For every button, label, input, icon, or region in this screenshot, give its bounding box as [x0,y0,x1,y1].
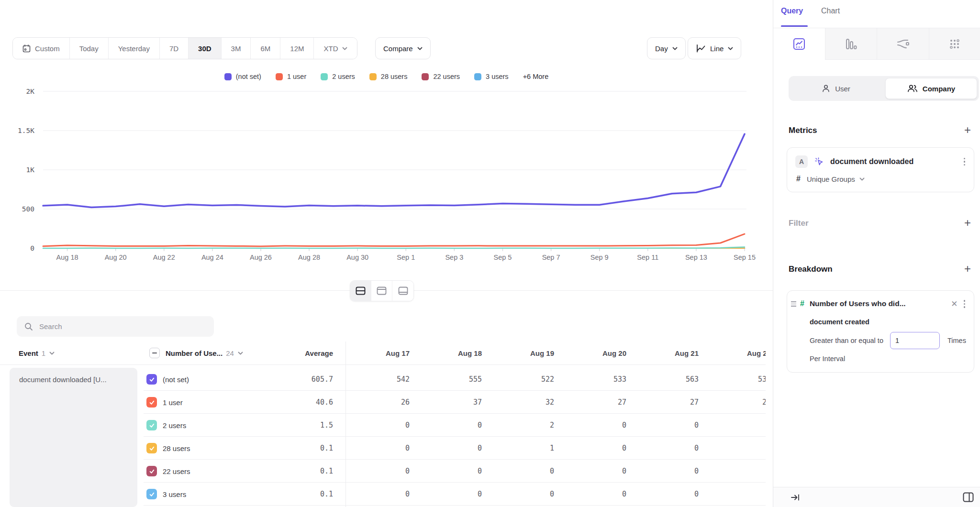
series-label: 22 users [163,460,190,483]
date-range-7d[interactable]: 7D [160,38,189,59]
metrics-heading: Metrics [789,126,817,135]
date-range-xtd[interactable]: XTD [314,38,357,59]
event-list-item[interactable]: document downloaded [U... [10,368,137,391]
date-range-today[interactable]: Today [70,38,109,59]
date-range-3m[interactable]: 3M [222,38,251,59]
tab-chart[interactable]: Chart [821,7,840,15]
series-line [43,234,745,246]
collapse-panel-icon[interactable] [791,493,800,502]
series-value: 0 [707,437,766,460]
measure-dropdown[interactable]: Unique Groups [807,175,855,183]
split-view-icon [356,287,366,295]
scope-option-user[interactable]: User [791,78,881,99]
date-range-custom[interactable]: Custom [13,38,70,59]
split-view-button[interactable] [350,281,371,301]
add-filter-button[interactable]: + [961,216,974,230]
series-value: 0 [490,460,562,483]
legend-item[interactable]: 3 users [474,73,509,80]
series-value: 0 [345,414,418,437]
chart-type-line[interactable] [773,28,825,60]
legend-more-button[interactable]: +6 More [523,73,549,80]
svg-text:Sep 15: Sep 15 [734,254,756,261]
date-range-yesterday[interactable]: Yesterday [109,38,160,59]
check-icon [149,376,155,383]
metric-kebab-menu[interactable] [962,156,968,168]
series-value: 0 [345,460,418,483]
compare-button[interactable]: Compare [375,37,431,59]
series-checkbox[interactable] [146,443,157,453]
breakdown-card[interactable]: # Number of Users who did... ✕ document … [787,290,974,373]
date-range-6m[interactable]: 6M [251,38,280,59]
bar-chart-icon [845,38,857,50]
table-row: 3 users0.1000000 [144,483,766,506]
table-row: 1 user40.6263732272728 [144,391,766,414]
chart-only-view-button[interactable] [371,281,392,301]
legend-item[interactable]: 22 users [422,73,460,80]
legend-swatch [474,73,481,80]
legend-item[interactable]: 28 users [369,73,408,80]
chart-type-flow[interactable] [877,28,929,60]
svg-text:Sep 13: Sep 13 [685,254,707,261]
legend-item[interactable]: 1 user [276,73,306,80]
legend-item[interactable]: (not set) [224,73,261,80]
svg-text:Sep 5: Sep 5 [494,254,512,261]
svg-text:0: 0 [30,244,34,252]
legend-swatch [224,73,232,80]
legend-swatch [321,73,328,80]
add-breakdown-button[interactable]: + [961,262,974,276]
metric-card[interactable]: A document downloaded # Unique Groups [787,147,974,192]
svg-text:Sep 1: Sep 1 [397,254,415,261]
legend-item[interactable]: 2 users [321,73,355,80]
svg-text:500: 500 [22,205,34,213]
series-value: 2 [490,414,562,437]
series-checkbox[interactable] [146,489,157,499]
svg-text:Aug 18: Aug 18 [56,254,78,261]
chart-type-grid[interactable] [929,28,980,60]
check-icon [149,445,155,452]
tab-query[interactable]: Query [781,7,803,15]
series-label: 1 user [163,391,183,414]
chevron-down-icon [342,47,347,50]
date-column-header: Aug 17 [345,342,418,365]
series-checkbox[interactable] [146,374,157,385]
breakdown-kebab-menu[interactable] [962,298,968,310]
metric-event-name[interactable]: document downloaded [830,157,913,166]
svg-text:Aug 30: Aug 30 [346,254,368,261]
series-label: 3 users [163,483,186,506]
line-chart-icon [696,44,706,53]
select-all-checkbox[interactable] [149,348,160,358]
add-metric-button[interactable]: + [961,123,974,137]
date-range-12m[interactable]: 12M [280,38,314,59]
table-only-view-button[interactable] [392,281,413,301]
close-icon[interactable]: ✕ [951,299,958,309]
drag-handle-icon[interactable] [791,301,796,307]
series-value: 0 [418,437,490,460]
series-line [43,247,745,249]
svg-text:1.5K: 1.5K [18,127,34,134]
chart-style-dropdown[interactable]: Line [688,37,741,59]
series-line [43,134,745,207]
svg-text:Aug 28: Aug 28 [298,254,320,261]
granularity-dropdown[interactable]: Day [647,37,686,59]
calendar-icon [22,44,31,53]
event-column-header[interactable]: Event 1 [19,342,55,365]
series-checkbox[interactable] [146,466,157,476]
series-checkbox[interactable] [146,420,157,430]
line-chart-svg: 05001K1.5K2KAug 18Aug 20Aug 22Aug 24Aug … [0,88,773,268]
scope-option-company[interactable]: Company [885,78,977,99]
search-box [17,316,214,337]
chevron-down-icon [238,352,243,355]
date-range-group: Custom Today Yesterday 7D 30D 3M 6M 12M … [12,37,357,59]
group-column-header[interactable]: Number of Use... 24 [166,342,243,365]
condition-value-input[interactable] [890,332,940,349]
chart-type-bar[interactable] [825,28,877,60]
series-average: 0.1 [287,460,333,483]
search-input[interactable] [39,322,197,331]
split-panel-icon[interactable] [963,492,974,502]
metric-letter-badge: A [795,155,808,168]
chart-type-tabs [773,28,980,60]
table-row: 22 users0.1000000 [144,460,766,483]
date-column-header: Aug 21 [635,342,707,365]
series-checkbox[interactable] [146,397,157,408]
date-range-30d[interactable]: 30D [189,38,222,59]
